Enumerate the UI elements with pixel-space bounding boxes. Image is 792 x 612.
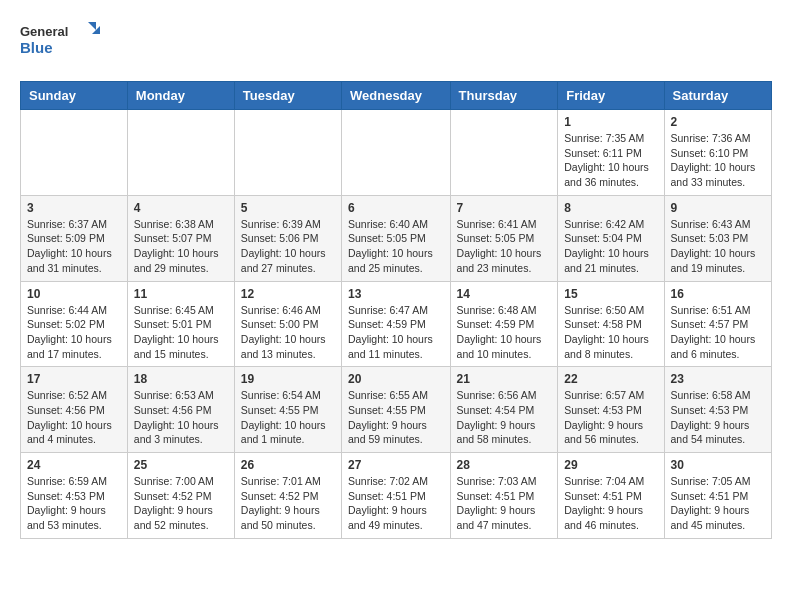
- day-info: Sunrise: 6:40 AM Sunset: 5:05 PM Dayligh…: [348, 217, 444, 276]
- week-row-5: 24Sunrise: 6:59 AM Sunset: 4:53 PM Dayli…: [21, 453, 772, 539]
- svg-text:Blue: Blue: [20, 39, 53, 56]
- svg-marker-2: [88, 22, 96, 30]
- day-info: Sunrise: 6:50 AM Sunset: 4:58 PM Dayligh…: [564, 303, 657, 362]
- day-cell: 16Sunrise: 6:51 AM Sunset: 4:57 PM Dayli…: [664, 281, 771, 367]
- day-info: Sunrise: 6:52 AM Sunset: 4:56 PM Dayligh…: [27, 388, 121, 447]
- day-cell: 4Sunrise: 6:38 AM Sunset: 5:07 PM Daylig…: [127, 195, 234, 281]
- day-info: Sunrise: 6:37 AM Sunset: 5:09 PM Dayligh…: [27, 217, 121, 276]
- day-cell: 17Sunrise: 6:52 AM Sunset: 4:56 PM Dayli…: [21, 367, 128, 453]
- day-info: Sunrise: 7:02 AM Sunset: 4:51 PM Dayligh…: [348, 474, 444, 533]
- day-info: Sunrise: 7:05 AM Sunset: 4:51 PM Dayligh…: [671, 474, 765, 533]
- weekday-header-wednesday: Wednesday: [342, 82, 451, 110]
- day-cell: [234, 110, 341, 196]
- day-number: 23: [671, 372, 765, 386]
- day-number: 11: [134, 287, 228, 301]
- day-number: 1: [564, 115, 657, 129]
- day-number: 9: [671, 201, 765, 215]
- day-cell: 13Sunrise: 6:47 AM Sunset: 4:59 PM Dayli…: [342, 281, 451, 367]
- day-info: Sunrise: 6:42 AM Sunset: 5:04 PM Dayligh…: [564, 217, 657, 276]
- day-info: Sunrise: 6:57 AM Sunset: 4:53 PM Dayligh…: [564, 388, 657, 447]
- day-cell: [342, 110, 451, 196]
- weekday-header-monday: Monday: [127, 82, 234, 110]
- day-number: 13: [348, 287, 444, 301]
- day-info: Sunrise: 7:36 AM Sunset: 6:10 PM Dayligh…: [671, 131, 765, 190]
- day-number: 10: [27, 287, 121, 301]
- day-info: Sunrise: 6:45 AM Sunset: 5:01 PM Dayligh…: [134, 303, 228, 362]
- day-cell: 5Sunrise: 6:39 AM Sunset: 5:06 PM Daylig…: [234, 195, 341, 281]
- day-cell: 3Sunrise: 6:37 AM Sunset: 5:09 PM Daylig…: [21, 195, 128, 281]
- day-info: Sunrise: 6:39 AM Sunset: 5:06 PM Dayligh…: [241, 217, 335, 276]
- day-number: 16: [671, 287, 765, 301]
- week-row-4: 17Sunrise: 6:52 AM Sunset: 4:56 PM Dayli…: [21, 367, 772, 453]
- day-cell: 15Sunrise: 6:50 AM Sunset: 4:58 PM Dayli…: [558, 281, 664, 367]
- day-cell: 11Sunrise: 6:45 AM Sunset: 5:01 PM Dayli…: [127, 281, 234, 367]
- day-info: Sunrise: 6:48 AM Sunset: 4:59 PM Dayligh…: [457, 303, 552, 362]
- day-cell: 18Sunrise: 6:53 AM Sunset: 4:56 PM Dayli…: [127, 367, 234, 453]
- day-number: 26: [241, 458, 335, 472]
- day-info: Sunrise: 6:38 AM Sunset: 5:07 PM Dayligh…: [134, 217, 228, 276]
- day-cell: 23Sunrise: 6:58 AM Sunset: 4:53 PM Dayli…: [664, 367, 771, 453]
- day-number: 5: [241, 201, 335, 215]
- day-cell: 29Sunrise: 7:04 AM Sunset: 4:51 PM Dayli…: [558, 453, 664, 539]
- weekday-header-thursday: Thursday: [450, 82, 558, 110]
- day-info: Sunrise: 6:44 AM Sunset: 5:02 PM Dayligh…: [27, 303, 121, 362]
- day-cell: 19Sunrise: 6:54 AM Sunset: 4:55 PM Dayli…: [234, 367, 341, 453]
- day-cell: 10Sunrise: 6:44 AM Sunset: 5:02 PM Dayli…: [21, 281, 128, 367]
- day-info: Sunrise: 6:41 AM Sunset: 5:05 PM Dayligh…: [457, 217, 552, 276]
- weekday-header-sunday: Sunday: [21, 82, 128, 110]
- day-cell: 30Sunrise: 7:05 AM Sunset: 4:51 PM Dayli…: [664, 453, 771, 539]
- day-cell: 14Sunrise: 6:48 AM Sunset: 4:59 PM Dayli…: [450, 281, 558, 367]
- day-info: Sunrise: 7:01 AM Sunset: 4:52 PM Dayligh…: [241, 474, 335, 533]
- calendar: SundayMondayTuesdayWednesdayThursdayFrid…: [20, 81, 772, 539]
- week-row-1: 1Sunrise: 7:35 AM Sunset: 6:11 PM Daylig…: [21, 110, 772, 196]
- weekday-header-tuesday: Tuesday: [234, 82, 341, 110]
- day-number: 24: [27, 458, 121, 472]
- day-number: 18: [134, 372, 228, 386]
- day-cell: 9Sunrise: 6:43 AM Sunset: 5:03 PM Daylig…: [664, 195, 771, 281]
- day-number: 28: [457, 458, 552, 472]
- day-number: 21: [457, 372, 552, 386]
- day-info: Sunrise: 6:43 AM Sunset: 5:03 PM Dayligh…: [671, 217, 765, 276]
- day-info: Sunrise: 6:47 AM Sunset: 4:59 PM Dayligh…: [348, 303, 444, 362]
- day-number: 3: [27, 201, 121, 215]
- day-cell: [450, 110, 558, 196]
- day-number: 19: [241, 372, 335, 386]
- day-cell: 1Sunrise: 7:35 AM Sunset: 6:11 PM Daylig…: [558, 110, 664, 196]
- day-number: 15: [564, 287, 657, 301]
- day-info: Sunrise: 6:55 AM Sunset: 4:55 PM Dayligh…: [348, 388, 444, 447]
- day-number: 17: [27, 372, 121, 386]
- weekday-header-friday: Friday: [558, 82, 664, 110]
- day-number: 6: [348, 201, 444, 215]
- day-number: 27: [348, 458, 444, 472]
- day-cell: [127, 110, 234, 196]
- day-cell: 28Sunrise: 7:03 AM Sunset: 4:51 PM Dayli…: [450, 453, 558, 539]
- day-cell: 27Sunrise: 7:02 AM Sunset: 4:51 PM Dayli…: [342, 453, 451, 539]
- day-cell: 20Sunrise: 6:55 AM Sunset: 4:55 PM Dayli…: [342, 367, 451, 453]
- day-info: Sunrise: 6:54 AM Sunset: 4:55 PM Dayligh…: [241, 388, 335, 447]
- day-cell: 2Sunrise: 7:36 AM Sunset: 6:10 PM Daylig…: [664, 110, 771, 196]
- logo-svg: General Blue: [20, 20, 100, 65]
- day-info: Sunrise: 6:58 AM Sunset: 4:53 PM Dayligh…: [671, 388, 765, 447]
- day-cell: 7Sunrise: 6:41 AM Sunset: 5:05 PM Daylig…: [450, 195, 558, 281]
- day-number: 22: [564, 372, 657, 386]
- day-number: 4: [134, 201, 228, 215]
- week-row-2: 3Sunrise: 6:37 AM Sunset: 5:09 PM Daylig…: [21, 195, 772, 281]
- day-cell: 26Sunrise: 7:01 AM Sunset: 4:52 PM Dayli…: [234, 453, 341, 539]
- weekday-header-row: SundayMondayTuesdayWednesdayThursdayFrid…: [21, 82, 772, 110]
- weekday-header-saturday: Saturday: [664, 82, 771, 110]
- day-number: 14: [457, 287, 552, 301]
- day-info: Sunrise: 6:53 AM Sunset: 4:56 PM Dayligh…: [134, 388, 228, 447]
- day-number: 8: [564, 201, 657, 215]
- day-number: 20: [348, 372, 444, 386]
- logo: General Blue: [20, 20, 100, 65]
- day-info: Sunrise: 6:46 AM Sunset: 5:00 PM Dayligh…: [241, 303, 335, 362]
- day-cell: 6Sunrise: 6:40 AM Sunset: 5:05 PM Daylig…: [342, 195, 451, 281]
- day-info: Sunrise: 6:51 AM Sunset: 4:57 PM Dayligh…: [671, 303, 765, 362]
- day-info: Sunrise: 6:56 AM Sunset: 4:54 PM Dayligh…: [457, 388, 552, 447]
- day-cell: 25Sunrise: 7:00 AM Sunset: 4:52 PM Dayli…: [127, 453, 234, 539]
- day-info: Sunrise: 7:35 AM Sunset: 6:11 PM Dayligh…: [564, 131, 657, 190]
- day-cell: 22Sunrise: 6:57 AM Sunset: 4:53 PM Dayli…: [558, 367, 664, 453]
- day-number: 2: [671, 115, 765, 129]
- day-cell: 21Sunrise: 6:56 AM Sunset: 4:54 PM Dayli…: [450, 367, 558, 453]
- week-row-3: 10Sunrise: 6:44 AM Sunset: 5:02 PM Dayli…: [21, 281, 772, 367]
